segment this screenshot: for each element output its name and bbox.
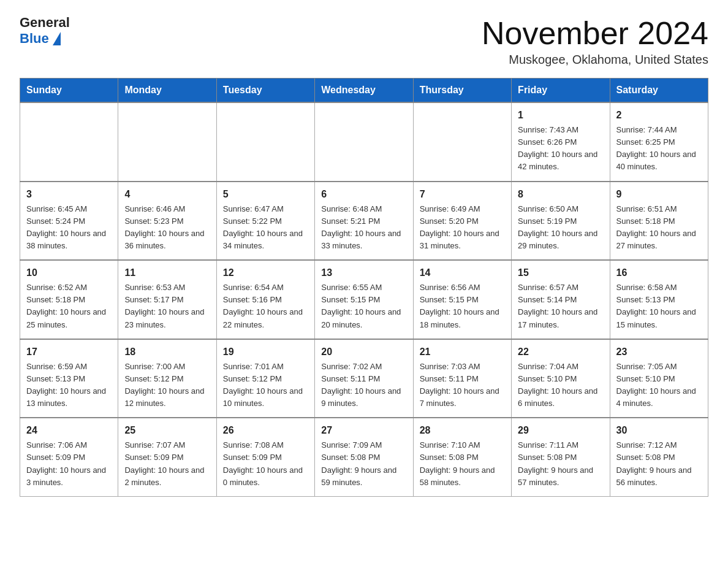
calendar-cell: 22Sunrise: 7:04 AM Sunset: 5:10 PM Dayli…	[512, 339, 610, 418]
calendar-cell: 25Sunrise: 7:07 AM Sunset: 5:09 PM Dayli…	[118, 418, 216, 496]
month-title: November 2024	[482, 15, 708, 52]
calendar-cell: 17Sunrise: 6:59 AM Sunset: 5:13 PM Dayli…	[20, 339, 118, 418]
day-info: Sunrise: 7:04 AM Sunset: 5:10 PM Dayligh…	[518, 361, 603, 410]
day-number: 19	[223, 345, 308, 359]
weekday-header-wednesday: Wednesday	[315, 79, 413, 103]
day-number: 16	[616, 266, 702, 280]
location-title: Muskogee, Oklahoma, United States	[482, 53, 708, 67]
weekday-header-monday: Monday	[118, 79, 216, 103]
day-info: Sunrise: 7:09 AM Sunset: 5:08 PM Dayligh…	[321, 439, 406, 489]
calendar-cell: 6Sunrise: 6:48 AM Sunset: 5:21 PM Daylig…	[315, 182, 413, 261]
day-number: 24	[26, 423, 112, 438]
day-number: 29	[518, 423, 603, 438]
calendar-table: SundayMondayTuesdayWednesdayThursdayFrid…	[20, 78, 708, 497]
calendar-cell: 4Sunrise: 6:46 AM Sunset: 5:23 PM Daylig…	[118, 182, 216, 261]
calendar-cell: 12Sunrise: 6:54 AM Sunset: 5:16 PM Dayli…	[216, 260, 314, 339]
calendar-cell	[20, 102, 118, 182]
day-number: 30	[616, 423, 702, 438]
day-info: Sunrise: 6:46 AM Sunset: 5:23 PM Dayligh…	[124, 203, 210, 253]
day-number: 17	[26, 345, 112, 359]
calendar-cell: 23Sunrise: 7:05 AM Sunset: 5:10 PM Dayli…	[610, 339, 708, 418]
day-number: 22	[518, 345, 603, 359]
day-number: 8	[518, 187, 603, 202]
calendar-cell: 19Sunrise: 7:01 AM Sunset: 5:12 PM Dayli…	[216, 339, 314, 418]
day-number: 2	[616, 108, 702, 123]
day-number: 1	[518, 108, 603, 123]
day-info: Sunrise: 6:45 AM Sunset: 5:24 PM Dayligh…	[26, 203, 112, 253]
calendar-cell: 9Sunrise: 6:51 AM Sunset: 5:18 PM Daylig…	[610, 182, 708, 261]
weekday-header-friday: Friday	[512, 79, 610, 103]
day-info: Sunrise: 7:43 AM Sunset: 6:26 PM Dayligh…	[518, 124, 603, 174]
day-number: 18	[124, 345, 210, 359]
calendar-cell	[315, 102, 413, 182]
day-info: Sunrise: 6:59 AM Sunset: 5:13 PM Dayligh…	[26, 361, 112, 410]
day-info: Sunrise: 6:52 AM Sunset: 5:18 PM Dayligh…	[26, 282, 112, 331]
day-number: 21	[420, 345, 505, 359]
calendar-cell: 30Sunrise: 7:12 AM Sunset: 5:08 PM Dayli…	[610, 418, 708, 496]
day-number: 28	[420, 423, 505, 438]
calendar-cell	[216, 102, 314, 182]
calendar-cell: 28Sunrise: 7:10 AM Sunset: 5:08 PM Dayli…	[413, 418, 511, 496]
day-info: Sunrise: 7:11 AM Sunset: 5:08 PM Dayligh…	[518, 439, 603, 489]
day-info: Sunrise: 7:01 AM Sunset: 5:12 PM Dayligh…	[223, 361, 308, 410]
calendar-cell: 3Sunrise: 6:45 AM Sunset: 5:24 PM Daylig…	[20, 182, 118, 261]
day-number: 13	[321, 266, 406, 280]
day-info: Sunrise: 7:10 AM Sunset: 5:08 PM Dayligh…	[420, 439, 505, 489]
calendar-cell: 27Sunrise: 7:09 AM Sunset: 5:08 PM Dayli…	[315, 418, 413, 496]
day-info: Sunrise: 7:07 AM Sunset: 5:09 PM Dayligh…	[124, 439, 210, 489]
calendar-cell: 16Sunrise: 6:58 AM Sunset: 5:13 PM Dayli…	[610, 260, 708, 339]
calendar-cell: 5Sunrise: 6:47 AM Sunset: 5:22 PM Daylig…	[216, 182, 314, 261]
calendar-cell: 20Sunrise: 7:02 AM Sunset: 5:11 PM Dayli…	[315, 339, 413, 418]
day-info: Sunrise: 6:47 AM Sunset: 5:22 PM Dayligh…	[223, 203, 308, 253]
day-info: Sunrise: 6:53 AM Sunset: 5:17 PM Dayligh…	[124, 282, 210, 331]
day-number: 20	[321, 345, 406, 359]
day-info: Sunrise: 7:02 AM Sunset: 5:11 PM Dayligh…	[321, 361, 406, 410]
day-number: 12	[223, 266, 308, 280]
calendar-cell: 8Sunrise: 6:50 AM Sunset: 5:19 PM Daylig…	[512, 182, 610, 261]
day-number: 3	[26, 187, 112, 202]
calendar-cell: 13Sunrise: 6:55 AM Sunset: 5:15 PM Dayli…	[315, 260, 413, 339]
day-info: Sunrise: 7:06 AM Sunset: 5:09 PM Dayligh…	[26, 439, 112, 489]
day-number: 27	[321, 423, 406, 438]
calendar-cell: 14Sunrise: 6:56 AM Sunset: 5:15 PM Dayli…	[413, 260, 511, 339]
day-info: Sunrise: 7:12 AM Sunset: 5:08 PM Dayligh…	[616, 439, 702, 489]
day-number: 5	[223, 187, 308, 202]
day-number: 14	[420, 266, 505, 280]
day-info: Sunrise: 7:44 AM Sunset: 6:25 PM Dayligh…	[616, 124, 702, 174]
day-info: Sunrise: 6:54 AM Sunset: 5:16 PM Dayligh…	[223, 282, 308, 331]
day-number: 10	[26, 266, 112, 280]
day-number: 7	[420, 187, 505, 202]
logo-triangle-icon	[53, 32, 61, 45]
calendar-cell: 24Sunrise: 7:06 AM Sunset: 5:09 PM Dayli…	[20, 418, 118, 496]
title-area: November 2024 Muskogee, Oklahoma, United…	[482, 15, 708, 67]
calendar-cell: 10Sunrise: 6:52 AM Sunset: 5:18 PM Dayli…	[20, 260, 118, 339]
day-info: Sunrise: 6:56 AM Sunset: 5:15 PM Dayligh…	[420, 282, 505, 331]
day-info: Sunrise: 7:08 AM Sunset: 5:09 PM Dayligh…	[223, 439, 308, 489]
day-info: Sunrise: 6:55 AM Sunset: 5:15 PM Dayligh…	[321, 282, 406, 331]
day-number: 4	[124, 187, 210, 202]
logo-general-text: General	[20, 15, 70, 31]
week-row-3: 10Sunrise: 6:52 AM Sunset: 5:18 PM Dayli…	[20, 260, 708, 339]
calendar-cell	[413, 102, 511, 182]
day-number: 9	[616, 187, 702, 202]
day-number: 11	[124, 266, 210, 280]
calendar-cell	[118, 102, 216, 182]
week-row-1: 1Sunrise: 7:43 AM Sunset: 6:26 PM Daylig…	[20, 102, 708, 182]
calendar-cell: 21Sunrise: 7:03 AM Sunset: 5:11 PM Dayli…	[413, 339, 511, 418]
day-info: Sunrise: 6:58 AM Sunset: 5:13 PM Dayligh…	[616, 282, 702, 331]
day-number: 26	[223, 423, 308, 438]
day-info: Sunrise: 6:48 AM Sunset: 5:21 PM Dayligh…	[321, 203, 406, 253]
calendar-cell: 26Sunrise: 7:08 AM Sunset: 5:09 PM Dayli…	[216, 418, 314, 496]
calendar-cell: 18Sunrise: 7:00 AM Sunset: 5:12 PM Dayli…	[118, 339, 216, 418]
day-info: Sunrise: 6:51 AM Sunset: 5:18 PM Dayligh…	[616, 203, 702, 253]
day-info: Sunrise: 6:57 AM Sunset: 5:14 PM Dayligh…	[518, 282, 603, 331]
calendar-cell: 11Sunrise: 6:53 AM Sunset: 5:17 PM Dayli…	[118, 260, 216, 339]
weekday-header-saturday: Saturday	[610, 79, 708, 103]
day-number: 25	[124, 423, 210, 438]
logo: General Blue	[20, 15, 70, 47]
day-info: Sunrise: 7:05 AM Sunset: 5:10 PM Dayligh…	[616, 361, 702, 410]
week-row-5: 24Sunrise: 7:06 AM Sunset: 5:09 PM Dayli…	[20, 418, 708, 496]
day-info: Sunrise: 6:50 AM Sunset: 5:19 PM Dayligh…	[518, 203, 603, 253]
logo-blue-text: Blue	[20, 31, 61, 47]
calendar-cell: 2Sunrise: 7:44 AM Sunset: 6:25 PM Daylig…	[610, 102, 708, 182]
